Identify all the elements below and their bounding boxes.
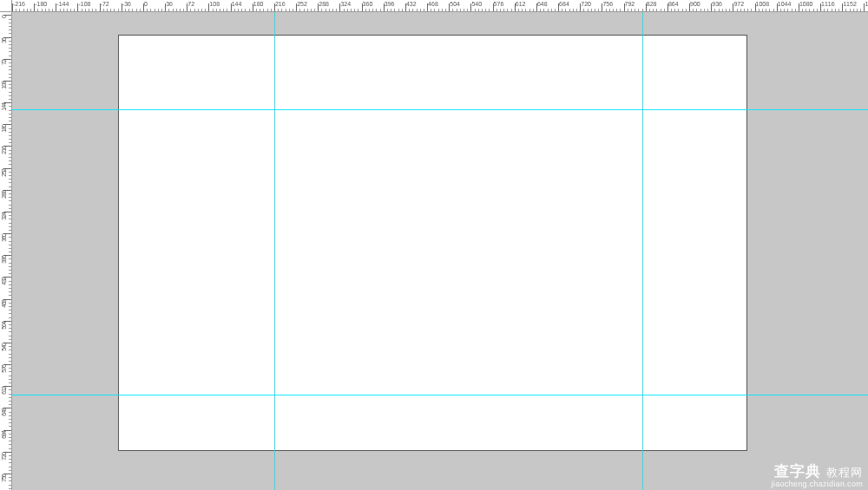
watermark-section: 教程网: [826, 466, 863, 479]
guide-horizontal[interactable]: [12, 395, 868, 395]
editor-workspace: -216-180-144-108-72-36036721081441802162…: [0, 0, 868, 490]
watermark: 查字典教程网 jiaocheng.chazidian.com: [772, 461, 863, 488]
watermark-brand: 查字典: [774, 463, 821, 480]
guide-vertical[interactable]: [274, 12, 275, 490]
ruler-horizontal[interactable]: -216-180-144-108-72-36036721081441802162…: [12, 0, 868, 12]
guide-vertical[interactable]: [642, 12, 643, 490]
ruler-corner[interactable]: [0, 0, 12, 12]
watermark-url: jiaocheng.chazidian.com: [772, 480, 863, 488]
guide-horizontal[interactable]: [12, 109, 868, 110]
ruler-vertical[interactable]: 0367210814418021625228832436039643246850…: [0, 12, 12, 490]
canvas-artboard[interactable]: [118, 35, 747, 451]
